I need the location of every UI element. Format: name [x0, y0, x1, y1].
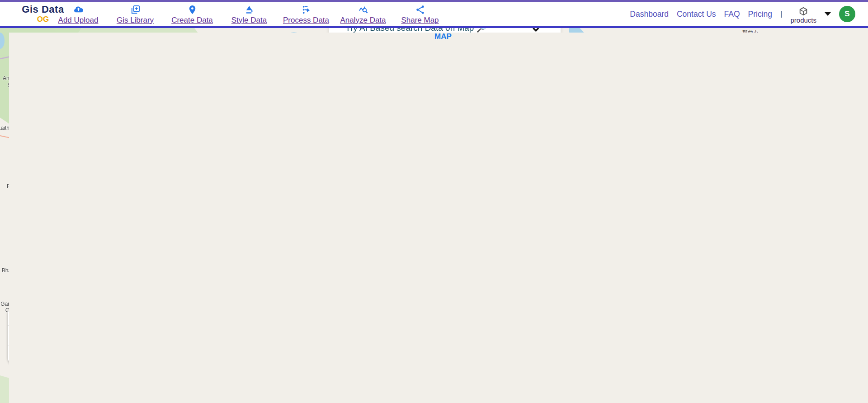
nav-link-contact-us[interactable]: Contact Us — [677, 9, 716, 19]
nav-item-label: Add Upload — [58, 16, 99, 25]
nav-link-dashboard[interactable]: Dashboard — [630, 9, 669, 19]
chevron-down-icon[interactable] — [825, 12, 831, 16]
library-add-icon — [130, 5, 141, 15]
analyze-chart-icon — [358, 5, 368, 15]
nav-item-create-data[interactable]: Create Data — [164, 2, 221, 26]
nav-item-label: Analyze Data — [340, 16, 386, 25]
nav-link-faq[interactable]: FAQ — [724, 9, 740, 19]
user-avatar[interactable]: S — [839, 6, 855, 22]
nav-item-label: Process Data — [283, 16, 329, 25]
share-nodes-icon — [415, 5, 425, 15]
nav-link-pricing[interactable]: Pricing — [748, 9, 773, 19]
ink-style-icon — [244, 5, 255, 15]
nav-right: Dashboard Contact Us FAQ Pricing | produ… — [630, 2, 855, 26]
map-pin-icon — [187, 5, 198, 15]
logo-map: MAP — [9, 33, 868, 403]
nav-item-gis-library[interactable]: Gis Library — [107, 2, 164, 26]
nav-divider: | — [780, 9, 782, 19]
cube-icon — [798, 6, 808, 16]
nav-item-label: Style Data — [231, 16, 267, 25]
nav-item-label: Create Data — [171, 16, 213, 25]
route-process-icon — [301, 5, 311, 15]
main-nav: Add UploadGis LibraryCreate DataStyle Da… — [50, 2, 448, 26]
nav-item-add-upload[interactable]: Add Upload — [50, 2, 107, 26]
nav-item-label: Gis Library — [117, 16, 154, 25]
cloud-upload-icon — [73, 5, 84, 15]
logo-og: OG — [37, 15, 49, 24]
nav-item-process-data[interactable]: Process Data — [278, 2, 335, 26]
nav-item-share-map[interactable]: Share Map — [392, 2, 448, 26]
nav-item-label: Share Map — [401, 16, 439, 25]
nav-item-style-data[interactable]: Style Data — [221, 2, 278, 26]
top-navigation-bar: Gis Data MAPOG Add UploadGis LibraryCrea… — [0, 0, 868, 28]
nav-item-analyze-data[interactable]: Analyze Data — [335, 2, 392, 26]
products-menu[interactable]: products — [790, 6, 816, 24]
products-label: products — [790, 17, 816, 24]
